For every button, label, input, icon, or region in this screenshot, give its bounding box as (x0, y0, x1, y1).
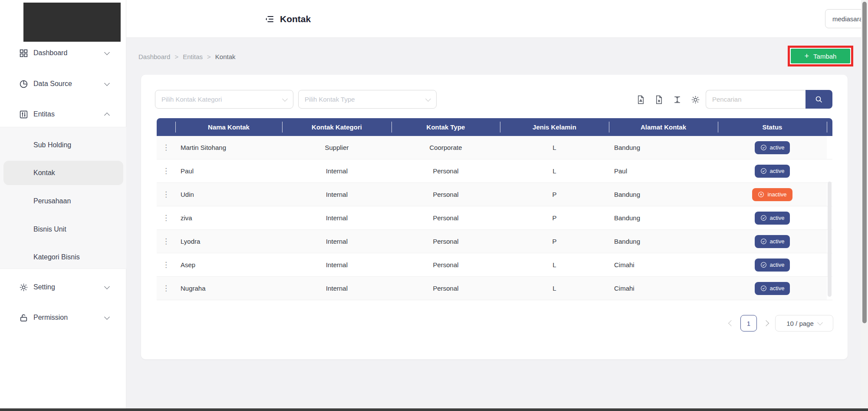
kontak-type-select[interactable]: Pilih Kontak Type (298, 90, 437, 109)
sidebar-subitem-sub-holding[interactable]: Sub Holding (0, 133, 126, 157)
cell-nama-kontak: Paul (175, 159, 282, 182)
cell-alamat-kontak: Bandung (609, 136, 718, 159)
status-badge: active (755, 259, 790, 272)
check-circle-icon (760, 215, 767, 221)
pagination-prev-icon[interactable] (728, 320, 734, 326)
pagination-next-icon[interactable] (763, 320, 769, 326)
status-badge: active (755, 235, 790, 248)
chevron-down-icon (104, 50, 110, 55)
subitem-label: Sub Holding (33, 141, 71, 149)
dashboard-grid-icon (19, 48, 29, 58)
cell-jenis-kelamin: P (500, 183, 609, 206)
chevron-down-icon (104, 314, 110, 320)
chevron-down-icon (104, 80, 110, 86)
breadcrumb-item-dashboard[interactable]: Dashboard (138, 53, 170, 60)
cell-jenis-kelamin: L (500, 277, 609, 300)
row-actions-icon[interactable]: ⋮ (157, 136, 175, 159)
breadcrumb-separator: > (174, 53, 178, 60)
table-scrollbar-thumb[interactable] (828, 182, 832, 297)
kontak-kategori-placeholder: Pilih Kontak Kategori (161, 96, 222, 103)
table-row: ⋮ Asep Internal Personal L Cimahi active (157, 253, 832, 277)
chevron-down-icon (817, 320, 823, 325)
cell-nama-kontak: Udin (175, 183, 282, 206)
check-circle-icon (760, 285, 767, 292)
table-body: ⋮ Martin Sitohang Supplier Coorporate L … (157, 136, 832, 300)
sidebar-subitem-kategori-bisnis[interactable]: Kategori Bisnis (0, 245, 126, 269)
table-header: Nama Kontak Kontak Kategori Kontak Type … (157, 118, 832, 136)
cell-alamat-kontak: Cimahi (609, 253, 718, 276)
sidebar-subitem-perusahaan[interactable]: Perusahaan (0, 189, 126, 213)
breadcrumb-item-entitas[interactable]: Entitas (183, 53, 203, 60)
page-size-select[interactable]: 10 / page (775, 315, 833, 331)
cell-jenis-kelamin: P (500, 206, 609, 229)
cell-nama-kontak: Martin Sitohang (175, 136, 282, 159)
search-button[interactable] (806, 90, 832, 109)
chevron-up-icon (104, 113, 110, 118)
pagination: 1 10 / page (729, 315, 833, 331)
status-badge: inactive (752, 188, 792, 201)
sidebar-subitem-kontak[interactable]: Kontak (0, 161, 126, 185)
row-actions-icon[interactable]: ⋮ (157, 183, 175, 206)
status-badge: active (755, 282, 790, 295)
kontak-kategori-select[interactable]: Pilih Kontak Kategori (155, 90, 293, 109)
row-actions-icon[interactable]: ⋮ (157, 277, 175, 300)
row-actions-icon[interactable]: ⋮ (157, 253, 175, 276)
pagination-page-1[interactable]: 1 (740, 315, 757, 331)
cell-kontak-type: Personal (391, 183, 500, 206)
table-row: ⋮ ziva Internal Personal P Bandung activ… (157, 206, 832, 230)
row-actions-icon[interactable]: ⋮ (157, 159, 175, 182)
tambah-button-label: Tambah (813, 53, 836, 60)
header-jenis-kelamin: Jenis Kelamin (500, 118, 609, 136)
sidebar-item-dashboard[interactable]: Dashboard (0, 41, 126, 65)
cell-kontak-type: Personal (391, 277, 500, 300)
sidebar-item-permission[interactable]: Permission (0, 305, 126, 330)
window-scrollbar-thumb[interactable] (862, 2, 867, 323)
cell-kontak-kategori: Internal (282, 230, 391, 253)
table-row: ⋮ Nugraha Internal Personal L Cimahi act… (157, 277, 832, 300)
page-title-text: Kontak (280, 14, 311, 24)
menu-fold-icon[interactable] (265, 14, 274, 24)
row-actions-icon[interactable]: ⋮ (157, 230, 175, 253)
table-settings-gear-icon[interactable] (690, 95, 700, 104)
x-circle-icon (758, 191, 764, 198)
sidebar-item-label: Data Source (33, 80, 72, 88)
column-height-icon[interactable] (672, 95, 682, 104)
sidebar-item-data-source[interactable]: Data Source (0, 72, 126, 96)
header-kontak-type: Kontak Type (391, 118, 500, 136)
subitem-label: Kategori Bisnis (33, 253, 80, 261)
chevron-down-icon (282, 96, 288, 102)
search-icon (815, 95, 823, 104)
breadcrumb-item-kontak: Kontak (215, 53, 236, 60)
export-excel-icon[interactable] (654, 95, 664, 104)
unlock-icon (19, 313, 29, 322)
kontak-card: Pilih Kontak Kategori Pilih Kontak Type (141, 75, 848, 359)
export-pdf-icon[interactable] (636, 95, 645, 104)
sidebar-item-setting[interactable]: Setting (0, 275, 126, 299)
sidebar-item-entitas[interactable]: Entitas (0, 102, 126, 126)
kontak-type-placeholder: Pilih Kontak Type (305, 96, 355, 103)
cell-alamat-kontak: Bandung (609, 230, 718, 253)
status-badge: active (755, 212, 790, 225)
row-actions-icon[interactable]: ⋮ (157, 206, 175, 229)
check-circle-icon (760, 238, 767, 245)
search-input[interactable] (706, 90, 806, 109)
table-toolbar (636, 92, 700, 107)
row-scrollbar-gutter (827, 159, 832, 182)
cell-nama-kontak: ziva (175, 206, 282, 229)
cell-kontak-type: Personal (391, 159, 500, 182)
cell-jenis-kelamin: L (500, 253, 609, 276)
sidebar-subitem-bisnis-unit[interactable]: Bisnis Unit (0, 217, 126, 242)
gear-icon (19, 282, 29, 292)
chevron-down-icon (104, 284, 110, 289)
page-size-value: 10 / page (786, 320, 814, 327)
cell-kontak-type: Coorporate (391, 136, 500, 159)
annotation-highlight-box: + Tambah (788, 46, 853, 66)
sidebar: Dashboard Data Source Entitas Sub Holdin… (0, 0, 126, 411)
plus-icon: + (805, 52, 809, 60)
cell-kontak-kategori: Supplier (282, 136, 391, 159)
tambah-button[interactable]: + Tambah (791, 49, 850, 63)
subitem-label: Perusahaan (33, 197, 71, 205)
status-badge: active (755, 141, 790, 154)
header-kontak-kategori: Kontak Kategori (282, 118, 391, 136)
cell-nama-kontak: Nugraha (175, 277, 282, 300)
